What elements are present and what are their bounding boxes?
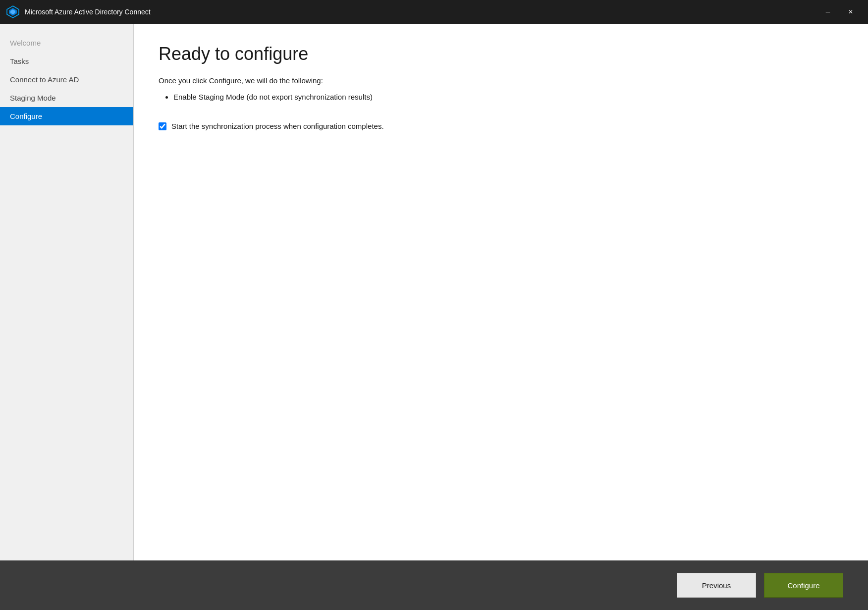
page-title: Ready to configure <box>159 44 843 64</box>
sidebar-item-welcome[interactable]: Welcome <box>0 34 133 52</box>
configure-button[interactable]: Configure <box>764 573 843 598</box>
titlebar: Microsoft Azure Active Directory Connect… <box>0 0 868 24</box>
description-text: Once you click Configure, we will do the… <box>159 76 843 85</box>
sidebar-item-connect-azure-ad-label: Connect to Azure AD <box>10 75 79 84</box>
main-panel: Ready to configure Once you click Config… <box>134 24 868 560</box>
previous-button[interactable]: Previous <box>677 573 756 598</box>
bullet-list: Enable Staging Mode (do not export synch… <box>159 93 843 105</box>
footer: Previous Configure <box>0 560 868 610</box>
sidebar-item-configure-label: Configure <box>10 112 42 120</box>
sidebar-item-configure[interactable]: Configure <box>0 107 133 125</box>
sidebar-item-tasks[interactable]: Tasks <box>0 52 133 70</box>
sidebar-item-connect-azure-ad[interactable]: Connect to Azure AD <box>0 70 133 89</box>
sidebar-item-welcome-label: Welcome <box>10 39 41 47</box>
main-content-spacer <box>159 130 843 546</box>
minimize-button[interactable]: ─ <box>816 0 839 24</box>
sync-checkbox-label[interactable]: Start the synchronization process when c… <box>171 122 384 130</box>
sidebar-item-tasks-label: Tasks <box>10 57 29 65</box>
titlebar-title: Microsoft Azure Active Directory Connect <box>25 8 816 16</box>
content-area: Welcome Tasks Connect to Azure AD Stagin… <box>0 24 868 560</box>
sidebar: Welcome Tasks Connect to Azure AD Stagin… <box>0 24 134 560</box>
sidebar-item-staging-mode[interactable]: Staging Mode <box>0 89 133 107</box>
close-button[interactable]: ✕ <box>839 0 862 24</box>
sync-checkbox[interactable] <box>159 122 166 130</box>
bullet-item-0: Enable Staging Mode (do not export synch… <box>173 93 843 101</box>
sidebar-item-staging-mode-label: Staging Mode <box>10 94 56 102</box>
titlebar-controls: ─ ✕ <box>816 0 862 24</box>
app-logo <box>6 5 20 19</box>
sync-checkbox-row: Start the synchronization process when c… <box>159 122 843 130</box>
app-window: Microsoft Azure Active Directory Connect… <box>0 0 868 610</box>
